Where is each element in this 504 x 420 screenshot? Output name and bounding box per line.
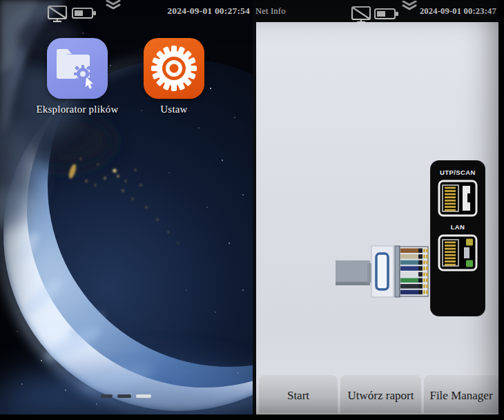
left-status-bar: 2024-09-01 00:27:54 [0,0,253,22]
start-button[interactable]: Start [259,375,338,413]
right-status-bar: Net Info 2024-09-01 00:23:47 [253,0,498,22]
app-settings[interactable]: Ustaw [133,38,215,115]
app-label: Eksplorator plików [36,104,119,115]
device-photo-frame: 2024-09-01 00:27:54 [0,0,504,420]
lan-port-label: LAN [431,223,485,231]
led-green [466,260,473,267]
create-report-button[interactable]: Utwórz raport [340,375,421,413]
rj45-jack-lan-icon [438,234,478,271]
battery-half-icon [72,6,97,20]
page-indicator-dash[interactable] [117,394,131,398]
settings-icon [144,38,204,99]
right-screen: Net Info 2024-09-01 00:23:47 [253,0,498,414]
page-indicator-dash-active[interactable] [136,394,151,398]
gear-icon [144,38,204,99]
rj45-plug-wiring-graphic [333,244,429,299]
screen-title: Net Info [255,6,286,17]
app-file-explorer[interactable]: Eksplorator plików [36,38,119,115]
rj45-jack-utp-icon [438,180,478,217]
monitor-slash-icon [351,6,371,23]
folder-gear-icon [47,38,108,99]
led-yellow [466,239,473,246]
ports-panel: UTP/SCAN LAN [431,161,485,316]
app-label: Ustaw [133,104,215,115]
page-indicator [101,394,151,398]
net-info-panel: UTP/SCAN LAN [253,22,498,414]
chevron-down-icon[interactable] [401,1,418,10]
page-indicator-dash[interactable] [101,394,113,398]
action-button-row: Start Utwórz raport File Manager [256,375,498,413]
left-screen: 2024-09-01 00:27:54 [0,0,253,414]
chevron-down-icon[interactable] [105,0,122,10]
file-manager-button[interactable]: File Manager [424,375,498,413]
file-explorer-icon [47,38,108,99]
right-clock: 2024-09-01 00:23:47 [420,6,496,17]
left-clock: 2024-09-01 00:27:54 [167,6,250,17]
utp-scan-port-label: UTP/SCAN [431,169,485,176]
battery-half-icon [374,7,399,21]
monitor-slash-icon [47,5,68,23]
